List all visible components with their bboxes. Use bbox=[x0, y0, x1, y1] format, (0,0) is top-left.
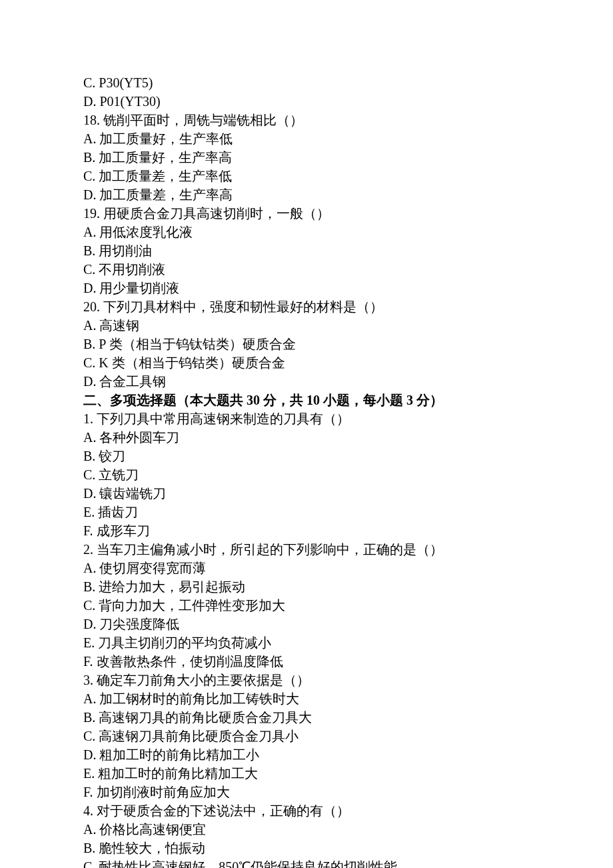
s2-q1-option-b: B. 铰刀 bbox=[83, 447, 573, 465]
s2-q2-option-a: A. 使切屑变得宽而薄 bbox=[83, 559, 573, 577]
q18-option-d: D. 加工质量差，生产率高 bbox=[83, 185, 573, 204]
q18-option-b: B. 加工质量好，生产率高 bbox=[83, 148, 573, 167]
q20-option-b: B. P 类（相当于钨钛钴类）硬质合金 bbox=[83, 335, 573, 353]
s2-q2-option-e: E. 刀具主切削刃的平均负荷减小 bbox=[83, 633, 573, 652]
q19-option-b: B. 用切削油 bbox=[83, 241, 573, 260]
q19-option-c: C. 不用切削液 bbox=[83, 260, 573, 279]
s2-q3-option-b: B. 高速钢刀具的前角比硬质合金刀具大 bbox=[83, 708, 573, 727]
q20-option-d: D. 合金工具钢 bbox=[83, 372, 573, 391]
page-content: C. P30(YT5) D. P01(YT30) 18. 铣削平面时，周铣与端铣… bbox=[0, 0, 613, 868]
s2-q3-option-f: F. 加切削液时前角应加大 bbox=[83, 783, 573, 801]
q20-stem: 20. 下列刀具材料中，强度和韧性最好的材料是（） bbox=[83, 297, 573, 316]
q20-option-c: C. K 类（相当于钨钴类）硬质合金 bbox=[83, 353, 573, 372]
s2-q2-option-f: F. 改善散热条件，使切削温度降低 bbox=[83, 652, 573, 671]
s2-q4-option-c: C. 耐热性比高速钢好，850℃仍能保持良好的切削性能 bbox=[83, 857, 573, 868]
s2-q1-option-e: E. 插齿刀 bbox=[83, 503, 573, 521]
s2-q2-option-b: B. 进给力加大，易引起振动 bbox=[83, 577, 573, 596]
q19-stem: 19. 用硬质合金刀具高速切削时，一般（） bbox=[83, 204, 573, 223]
q17-option-c: C. P30(YT5) bbox=[83, 73, 573, 92]
s2-q1-option-d: D. 镶齿端铣刀 bbox=[83, 484, 573, 503]
s2-q1-option-f: F. 成形车刀 bbox=[83, 521, 573, 540]
s2-q1-option-a: A. 各种外圆车刀 bbox=[83, 428, 573, 447]
s2-q3-option-a: A. 加工钢材时的前角比加工铸铁时大 bbox=[83, 689, 573, 708]
q18-option-c: C. 加工质量差，生产率低 bbox=[83, 167, 573, 185]
s2-q4-option-b: B. 脆性较大，怕振动 bbox=[83, 839, 573, 857]
s2-q1-stem: 1. 下列刀具中常用高速钢来制造的刀具有（） bbox=[83, 409, 573, 428]
q18-option-a: A. 加工质量好，生产率低 bbox=[83, 129, 573, 148]
s2-q2-option-c: C. 背向力加大，工件弹性变形加大 bbox=[83, 596, 573, 615]
s2-q3-option-d: D. 粗加工时的前角比精加工小 bbox=[83, 745, 573, 764]
q18-stem: 18. 铣削平面时，周铣与端铣相比（） bbox=[83, 111, 573, 129]
s2-q2-option-d: D. 刀尖强度降低 bbox=[83, 615, 573, 633]
s2-q3-option-e: E. 粗加工时的前角比精加工大 bbox=[83, 764, 573, 783]
s2-q3-option-c: C. 高速钢刀具前角比硬质合金刀具小 bbox=[83, 727, 573, 745]
section-2-heading: 二、多项选择题（本大题共 30 分，共 10 小题，每小题 3 分） bbox=[83, 391, 573, 409]
s2-q1-option-c: C. 立铣刀 bbox=[83, 465, 573, 484]
q20-option-a: A. 高速钢 bbox=[83, 316, 573, 335]
s2-q2-stem: 2. 当车刀主偏角减小时，所引起的下列影响中，正确的是（） bbox=[83, 540, 573, 559]
q17-option-d: D. P01(YT30) bbox=[83, 92, 573, 111]
s2-q4-stem: 4. 对于硬质合金的下述说法中，正确的有（） bbox=[83, 801, 573, 820]
q19-option-a: A. 用低浓度乳化液 bbox=[83, 223, 573, 241]
q19-option-d: D. 用少量切削液 bbox=[83, 279, 573, 297]
s2-q4-option-a: A. 价格比高速钢便宜 bbox=[83, 820, 573, 839]
s2-q3-stem: 3. 确定车刀前角大小的主要依据是（） bbox=[83, 671, 573, 689]
